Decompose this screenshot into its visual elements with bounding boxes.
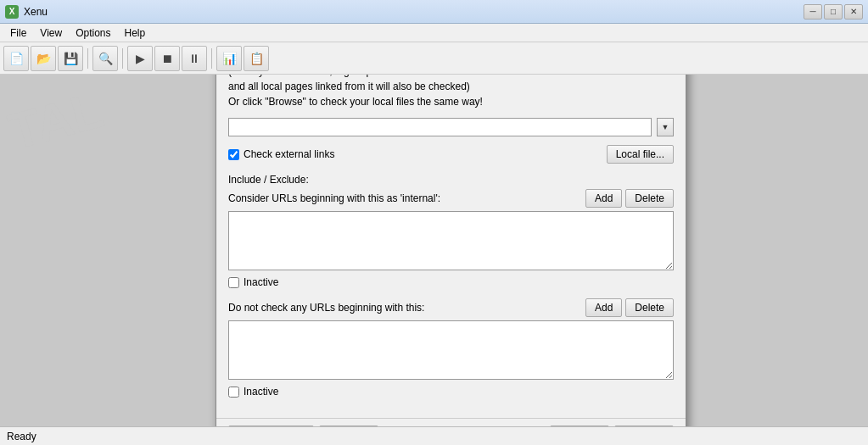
dialog-overlay: Xenu's starting point ✕ What address do … <box>0 75 868 426</box>
close-button[interactable]: ✕ <box>844 4 863 19</box>
url-row: ▼ <box>228 118 674 136</box>
toolbar-sep-2 <box>122 48 123 69</box>
url-input[interactable] <box>228 118 652 136</box>
check-external-checkbox[interactable] <box>228 149 239 160</box>
toolbar-report-btn[interactable]: 📊 <box>216 46 242 71</box>
include-exclude-section: Include / Exclude: Consider URLs beginni… <box>228 174 674 288</box>
main-window: X Xenu ─ □ ✕ File View Options Help 📄 📂 … <box>0 0 868 445</box>
internal-inactive-label[interactable]: Inactive <box>228 276 674 288</box>
exclude-delete-button[interactable]: Delete <box>625 298 674 317</box>
maximize-button[interactable]: □ <box>824 4 843 19</box>
desc-line3: and all local pages linked from it will … <box>228 79 674 94</box>
window-title: Xenu <box>24 6 804 18</box>
internal-inactive-text: Inactive <box>244 276 278 288</box>
local-file-button[interactable]: Local file... <box>607 145 674 164</box>
url-dropdown-button[interactable]: ▼ <box>657 118 674 136</box>
starting-point-dialog: Xenu's starting point ✕ What address do … <box>216 75 686 426</box>
footer-left-buttons: More options... e-mail... <box>228 426 378 426</box>
app-icon-letter: X <box>9 7 15 16</box>
internal-add-button[interactable]: Add <box>585 189 622 208</box>
toolbar: 📄 📂 💾 🔍 ▶ ⏹ ⏸ 📊 📋 <box>0 42 868 75</box>
desc-line4: Or click "Browse" to check your local fi… <box>228 94 674 109</box>
exclude-section: Do not check any URLs beginning with thi… <box>228 298 674 398</box>
check-external-label[interactable]: Check external links <box>228 148 334 160</box>
menu-help[interactable]: Help <box>118 24 153 42</box>
menu-view[interactable]: View <box>33 24 69 42</box>
toolbar-search-btn[interactable]: 🔍 <box>92 46 118 71</box>
exclude-url-row: Do not check any URLs beginning with thi… <box>228 298 674 317</box>
footer-right-buttons: OK Cancel <box>550 426 674 426</box>
internal-url-list[interactable] <box>228 211 674 270</box>
exclude-btn-group: Add Delete <box>585 298 674 317</box>
exclude-inactive-label[interactable]: Inactive <box>228 386 674 398</box>
window-controls: ─ □ ✕ <box>804 4 863 19</box>
internal-url-row: Consider URLs beginning with this as 'in… <box>228 189 674 208</box>
cancel-button[interactable]: Cancel <box>614 426 674 426</box>
toolbar-pause-btn[interactable]: ⏸ <box>182 46 207 71</box>
minimize-button[interactable]: ─ <box>804 4 822 19</box>
internal-url-label: Consider URLs beginning with this as 'in… <box>228 192 440 204</box>
dialog-footer: More options... e-mail... OK Cancel <box>216 418 686 426</box>
exclude-inactive-text: Inactive <box>244 386 278 398</box>
status-bar: Ready <box>0 426 868 445</box>
exclude-add-button[interactable]: Add <box>585 298 622 317</box>
title-bar: X Xenu ─ □ ✕ <box>0 0 868 24</box>
toolbar-sep-1 <box>87 48 88 69</box>
ok-button[interactable]: OK <box>550 426 609 426</box>
toolbar-sep-3 <box>211 48 212 69</box>
dialog-body: What address do you want to check? (Ente… <box>216 75 686 418</box>
toolbar-start-btn[interactable]: ▶ <box>127 46 153 71</box>
menu-bar: File View Options Help <box>0 24 868 42</box>
exclude-inactive-checkbox[interactable] <box>228 387 239 398</box>
watermark: TAL <box>3 81 109 162</box>
toolbar-save-btn[interactable]: 💾 <box>58 46 83 71</box>
check-external-text: Check external links <box>244 148 334 160</box>
internal-inactive-checkbox[interactable] <box>228 277 239 288</box>
toolbar-open-btn[interactable]: 📂 <box>31 46 56 71</box>
include-exclude-label: Include / Exclude: <box>228 174 674 186</box>
toolbar-new-btn[interactable]: 📄 <box>3 46 29 71</box>
main-content: TAL Xenu's starting point ✕ What address… <box>0 75 868 426</box>
email-button[interactable]: e-mail... <box>319 426 378 426</box>
check-external-row: Check external links Local file... <box>228 145 674 164</box>
exclude-url-label: Do not check any URLs beginning with thi… <box>228 302 424 314</box>
internal-btn-group: Add Delete <box>585 189 674 208</box>
internal-delete-button[interactable]: Delete <box>625 189 674 208</box>
toolbar-list-btn[interactable]: 📋 <box>244 46 269 71</box>
status-text: Ready <box>7 431 36 442</box>
menu-file[interactable]: File <box>3 24 33 42</box>
exclude-url-list[interactable] <box>228 320 674 380</box>
app-icon: X <box>5 5 19 19</box>
toolbar-stop-btn[interactable]: ⏹ <box>154 46 180 71</box>
more-options-button[interactable]: More options... <box>228 426 314 426</box>
menu-options[interactable]: Options <box>69 24 117 42</box>
dialog-description: What address do you want to check? (Ente… <box>228 75 674 109</box>
